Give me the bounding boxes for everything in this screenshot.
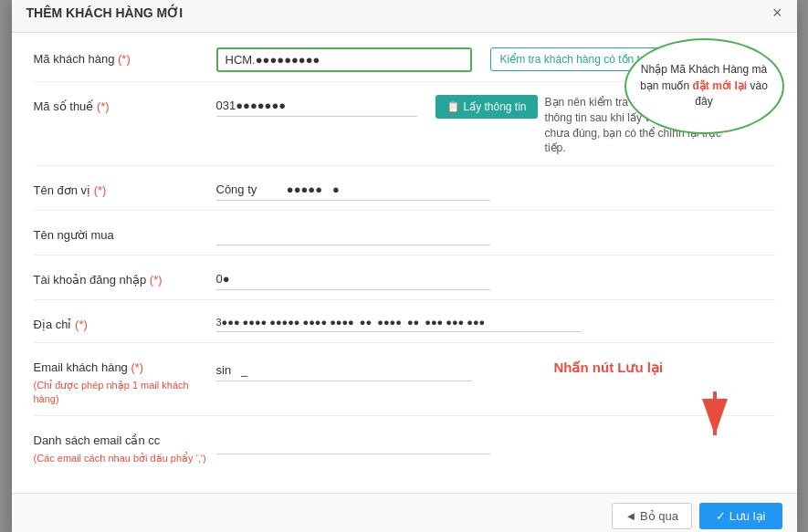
- ten-nguoi-mua-row: Tên người mua: [34, 224, 775, 256]
- email-input-area: Nhấn nút Lưu lại: [216, 356, 775, 381]
- ten-nguoi-mua-input-area: [216, 224, 775, 245]
- get-info-button[interactable]: 📋 Lấy thông tin: [435, 95, 538, 119]
- modal-footer: ◄ Bỏ qua ✓ Lưu lại: [12, 493, 797, 532]
- tai-khoan-dang-nhap-input-area: [216, 268, 775, 290]
- email-row: Email khách hàng (*) (Chỉ được phép nhập…: [34, 356, 775, 416]
- cancel-button[interactable]: ◄ Bỏ qua: [612, 503, 692, 529]
- ten-don-vi-input[interactable]: [216, 179, 490, 201]
- ten-don-vi-label: Tên đơn vị (*): [34, 179, 216, 199]
- danh-sach-email-input-area: [216, 429, 775, 454]
- tai-khoan-dang-nhap-input[interactable]: [216, 268, 490, 290]
- danh-sach-email-label: Danh sách email cần cc (Các email cách n…: [34, 429, 216, 465]
- close-button[interactable]: ×: [772, 5, 782, 21]
- ma-so-thue-input[interactable]: [216, 95, 417, 117]
- get-info-icon: 📋: [446, 100, 460, 113]
- dia-chi-label: Địa chỉ (*): [34, 313, 216, 333]
- modal-header: THÊM KHÁCH HÀNG MỚI ×: [12, 0, 797, 33]
- save-button[interactable]: ✓ Lưu lại: [699, 503, 782, 529]
- tai-khoan-dang-nhap-label: Tài khoản đăng nhập (*): [34, 268, 216, 288]
- arrow-annotation: [697, 391, 733, 449]
- danh-sach-email-input[interactable]: [216, 433, 490, 454]
- modal-body: Nhập Mã Khách Hàng mà bạn muốn đặt mới l…: [12, 33, 797, 493]
- ten-don-vi-input-area: [216, 179, 775, 201]
- modal-overlay: THÊM KHÁCH HÀNG MỚI × Nhập Mã Khách Hàng…: [0, 0, 808, 532]
- tai-khoan-dang-nhap-row: Tài khoản đăng nhập (*): [34, 268, 775, 300]
- press-save-annotation: Nhấn nút Lưu lại: [554, 360, 664, 375]
- dia-chi-row: Địa chỉ (*): [34, 313, 775, 343]
- dia-chi-input[interactable]: [216, 313, 582, 332]
- email-label: Email khách hàng (*) (Chỉ được phép nhập…: [34, 356, 216, 406]
- ma-khach-hang-label: Mã khách hàng (*): [34, 47, 216, 68]
- danh-sach-email-row: Danh sách email cần cc (Các email cách n…: [34, 429, 775, 475]
- ma-khach-hang-input[interactable]: [216, 47, 472, 72]
- modal: THÊM KHÁCH HÀNG MỚI × Nhập Mã Khách Hàng…: [12, 0, 797, 532]
- ten-nguoi-mua-input[interactable]: [216, 224, 490, 245]
- ma-so-thue-label: Mã số thuế (*): [34, 95, 216, 115]
- dia-chi-input-area: [216, 313, 775, 332]
- modal-title: THÊM KHÁCH HÀNG MỚI: [26, 5, 184, 20]
- annotation-bubble: Nhập Mã Khách Hàng mà bạn muốn đặt mới l…: [624, 38, 784, 134]
- annotation-highlight: đặt mới lại: [693, 79, 748, 92]
- ten-don-vi-row: Tên đơn vị (*): [34, 179, 775, 211]
- email-input[interactable]: [216, 360, 472, 381]
- ten-nguoi-mua-label: Tên người mua: [34, 224, 216, 244]
